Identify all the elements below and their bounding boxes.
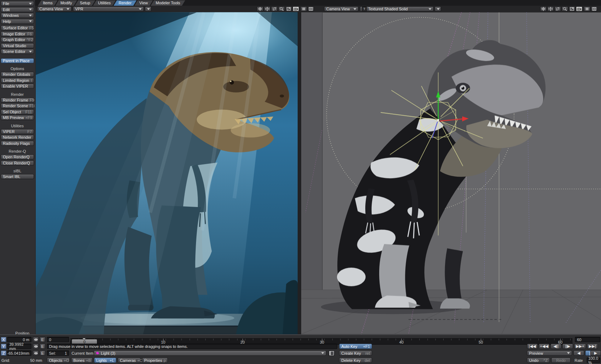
parent-in-place-button[interactable]: Parent in Place [1, 58, 34, 63]
section-title-renderq: Render-Q [1, 149, 34, 153]
viper-button[interactable]: VIPERF7 [1, 129, 34, 134]
virtual-studio-button[interactable]: Virtual Studio [1, 43, 34, 48]
z-stepper[interactable] [33, 350, 39, 356]
left-viewport-options-dropdown[interactable] [145, 6, 151, 11]
vpr-viewport[interactable] [36, 12, 298, 334]
x-envelope-button[interactable]: E [40, 337, 45, 342]
network-render-button[interactable]: Network Render [1, 135, 34, 140]
image-editor-button[interactable]: Image EditorF6 [1, 31, 34, 36]
properties-button[interactable]: Propertiesp [142, 358, 168, 363]
create-key-button[interactable]: Create Keyret [339, 350, 372, 356]
position-x-field[interactable]: 0 m [7, 337, 31, 342]
item-properties-button[interactable] [328, 350, 335, 356]
render-frame-button[interactable]: Render FrameF9 [1, 98, 34, 103]
render-scene-button[interactable]: Render SceneF10 [1, 103, 34, 108]
chevron-down-icon [29, 3, 32, 5]
tab-items[interactable]: Items [38, 0, 58, 6]
fit-view-icon[interactable] [569, 6, 575, 11]
lights-button[interactable]: Lights+L [94, 358, 116, 363]
y-envelope-button[interactable]: E [40, 344, 45, 349]
left-render-mode-dropdown[interactable]: VPR [73, 6, 144, 11]
fit-view-icon[interactable] [285, 6, 292, 11]
viewport-menu-icon[interactable] [584, 6, 590, 11]
position-z-field[interactable]: -65.0419mm [7, 350, 31, 356]
menu-windows[interactable]: Windows [1, 13, 34, 18]
radiosity-flags-button[interactable]: Radiosity Flags [1, 141, 34, 146]
menu-help[interactable]: Help [1, 19, 34, 24]
auto-key-button[interactable]: Auto Key+F1 [339, 344, 372, 349]
left-sidebar: File Edit Windows Help Surface EditorF5 … [0, 0, 35, 364]
bottom-control-bar: X 0 m E 0 10 20 30 40 50 60 0 [0, 334, 601, 364]
right-view-type-dropdown[interactable]: Camera View [324, 6, 358, 11]
selection-count-field: Sel:1 [47, 350, 69, 356]
x-stepper[interactable] [33, 337, 39, 342]
viewport-layout-icon[interactable] [308, 6, 314, 11]
go-start-button[interactable]: |◀◀ [527, 344, 538, 349]
move-icon[interactable] [264, 6, 270, 11]
close-renderq-button[interactable]: Close RenderQ [1, 161, 34, 166]
enable-viper-button[interactable]: Enable VIPER [1, 84, 34, 89]
grid-label: Grid: [1, 358, 10, 363]
chevron-down-icon [429, 8, 431, 10]
menu-edit[interactable]: Edit [1, 7, 34, 12]
rotate-icon[interactable] [271, 6, 278, 11]
objects-button[interactable]: Objects+O [47, 358, 70, 363]
rate-field[interactable]: 100.0 % [587, 358, 600, 363]
y-stepper[interactable] [33, 344, 39, 349]
current-frame-input[interactable]: 0 [47, 337, 69, 342]
render-globals-button[interactable]: Render Globals [1, 72, 34, 77]
chevron-down-icon [321, 352, 324, 354]
position-y-field[interactable]: 39.9992 mm [7, 344, 31, 349]
tab-utilities[interactable]: Utilities [93, 0, 116, 6]
undo-button[interactable]: Undo^Z [527, 358, 550, 363]
scene-editor-button[interactable]: Scene Editor [1, 49, 34, 54]
viewport-divider[interactable] [298, 12, 301, 334]
next-key-button[interactable]: ▶▶+ [574, 344, 586, 349]
camera-view-icon[interactable] [293, 6, 299, 11]
right-viewport-options-dropdown[interactable] [435, 6, 441, 11]
zoom-icon[interactable] [562, 6, 568, 11]
go-end-button[interactable]: ▶▶| [587, 344, 598, 349]
step-forward-button[interactable]: ||▶ [562, 344, 573, 349]
menu-file[interactable]: File [1, 1, 34, 6]
left-view-type-dropdown[interactable]: Camera View [37, 6, 72, 11]
pan-icon[interactable] [257, 6, 263, 11]
right-render-mode-dropdown[interactable]: TTextured Shaded Solid [360, 6, 434, 11]
play-reverse-button[interactable]: ◀ [573, 350, 584, 356]
chevron-down-icon [67, 8, 69, 10]
redo-button[interactable]: Redo [551, 358, 571, 363]
delete-key-button[interactable]: Delete Keydel [339, 358, 372, 363]
graph-editor-button[interactable]: Graph Editor^F2 [1, 37, 34, 42]
chevron-down-icon [29, 9, 32, 10]
viewport-layout-icon[interactable] [591, 6, 597, 11]
limited-region-button[interactable]: Limited Regionl [1, 78, 34, 83]
tab-modify[interactable]: Modify [55, 0, 77, 6]
tab-view[interactable]: View [135, 0, 153, 6]
end-frame-input[interactable]: 60 [575, 337, 600, 342]
rotate-icon[interactable] [554, 6, 561, 11]
mb-preview-button[interactable]: MB Preview+F9 [1, 115, 34, 120]
move-icon[interactable] [547, 6, 554, 11]
tab-render[interactable]: Render [114, 0, 137, 6]
surface-editor-button[interactable]: Surface EditorF5 [1, 25, 34, 30]
tab-setup[interactable]: Setup [75, 0, 95, 6]
step-back-button[interactable]: ◀|| [551, 344, 561, 349]
smart-ibl-button[interactable]: Smart IBL [1, 174, 34, 179]
pan-icon[interactable] [540, 6, 547, 11]
current-item-dropdown[interactable]: Light (3) [94, 350, 326, 356]
tab-modeler-tools[interactable]: Modeler Tools [151, 0, 185, 6]
zoom-icon[interactable] [278, 6, 285, 11]
camera-view-icon[interactable] [576, 6, 582, 11]
opengl-viewport[interactable] [301, 12, 601, 334]
bones-button[interactable]: Bones+B [71, 358, 93, 363]
step-left-icon [34, 338, 36, 341]
preview-dropdown[interactable]: Preview [527, 350, 572, 356]
play-forward-button[interactable]: ▶ [590, 350, 601, 356]
sel-object-button[interactable]: Sel ObjectF11 [1, 109, 34, 114]
z-envelope-button[interactable]: E [40, 350, 45, 356]
open-renderq-button[interactable]: Open RenderQ [1, 154, 34, 159]
trex-opengl-view [301, 12, 601, 334]
viewport-menu-icon[interactable] [300, 6, 307, 11]
cameras-button[interactable]: Cameras+C [118, 358, 141, 363]
prev-key-button[interactable]: +◀◀ [539, 344, 549, 349]
